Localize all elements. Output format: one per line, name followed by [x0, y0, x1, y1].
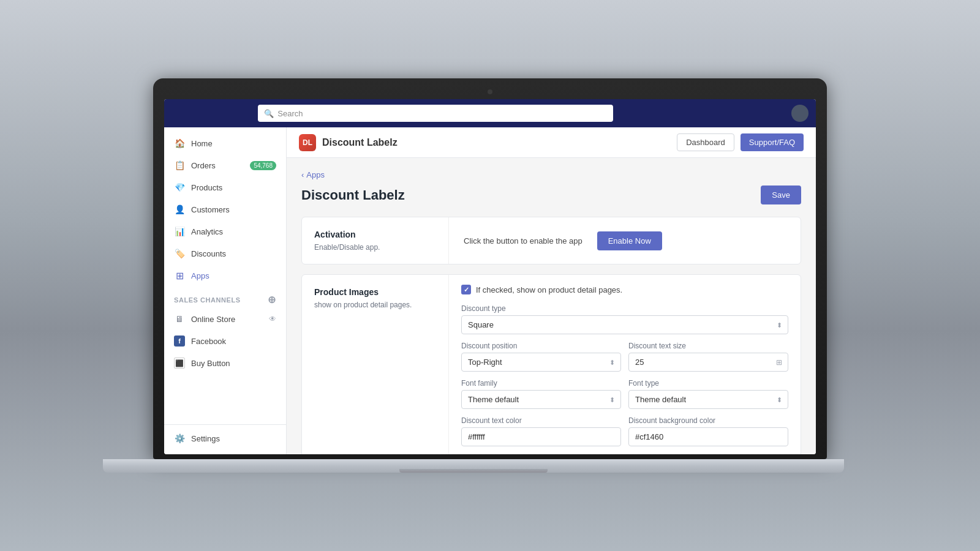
padding-tb-label: Padding (Top - Bottom) (px) — [461, 454, 621, 454]
discount-text-size-group: Discount text size ⊞ — [628, 342, 788, 372]
search-bar[interactable]: 🔍 Search — [258, 105, 613, 122]
sidebar-label-buy-button: Buy Button — [191, 359, 230, 368]
text-color-label: Discount text color — [461, 416, 621, 425]
sidebar-item-facebook[interactable]: f Facebook — [164, 330, 286, 352]
search-icon: 🔍 — [264, 109, 274, 118]
activation-message: Click the button to enable the app — [464, 236, 582, 246]
enable-now-button[interactable]: Enable Now — [597, 231, 662, 250]
support-button[interactable]: Support/FAQ — [741, 133, 804, 151]
text-size-icon: ⊞ — [776, 358, 782, 367]
app-header-left: DL Discount Labelz — [299, 134, 398, 151]
sidebar-item-home[interactable]: 🏠 Home — [164, 132, 286, 154]
eye-icon[interactable]: 👁 — [269, 315, 276, 323]
sidebar-label-facebook: Facebook — [191, 337, 226, 346]
sidebar-label-products: Products — [191, 183, 222, 192]
padding-tb-group: Padding (Top - Bottom) (px) — [461, 454, 621, 454]
activation-card-left: Activation Enable/Disable app. — [302, 217, 449, 264]
top-nav-right — [791, 105, 809, 122]
activation-card-right: Click the button to enable the app Enabl… — [449, 217, 677, 264]
user-avatar — [791, 105, 809, 122]
bg-color-input[interactable] — [628, 427, 788, 446]
breadcrumb-chevron: ‹ — [301, 170, 304, 179]
customers-icon: 👤 — [174, 204, 185, 215]
sidebar-label-apps: Apps — [191, 271, 209, 280]
buy-button-icon: ⬛ — [174, 358, 185, 369]
bg-color-group: Discount background color — [628, 416, 788, 446]
sidebar-label-orders: Orders — [191, 161, 216, 170]
settings-icon: ⚙️ — [174, 433, 185, 444]
sidebar-item-apps[interactable]: ⊞ Apps — [164, 264, 286, 287]
font-type-group: Font type Theme default — [628, 379, 788, 409]
content-area: DL Discount Labelz Dashboard Support/FAQ — [287, 127, 816, 454]
app-header: DL Discount Labelz Dashboard Support/FAQ — [287, 127, 816, 158]
orders-icon: 📋 — [174, 160, 185, 171]
breadcrumb-parent[interactable]: Apps — [306, 170, 325, 179]
discount-text-size-input[interactable] — [628, 353, 788, 372]
activation-desc: Enable/Disable app. — [314, 243, 436, 252]
sidebar-item-discounts[interactable]: 🏷️ Discounts — [164, 242, 286, 264]
activation-title: Activation — [314, 230, 436, 239]
discount-type-select[interactable]: Square — [461, 315, 788, 334]
sidebar-item-analytics[interactable]: 📊 Analytics — [164, 220, 286, 242]
facebook-icon: f — [174, 335, 185, 347]
page-title: Discount Labelz — [301, 187, 405, 203]
text-color-group: Discount text color — [461, 416, 621, 446]
sidebar-label-analytics: Analytics — [191, 227, 223, 236]
product-images-card-right: If checked, show on product detail pages… — [449, 275, 801, 454]
sidebar-label-online-store: Online Store — [191, 315, 235, 324]
save-button[interactable]: Save — [761, 186, 801, 204]
products-icon: 💎 — [174, 182, 185, 193]
product-images-desc: show on product detail pages. — [314, 301, 436, 309]
padding-lr-label: Padding (Left - Right) (px) — [628, 454, 788, 454]
analytics-icon: 📊 — [174, 226, 185, 237]
app-logo: DL — [299, 134, 316, 151]
sidebar-bottom: ⚙️ Settings — [164, 424, 286, 449]
apps-icon: ⊞ — [174, 270, 185, 281]
discount-type-label: Discount type — [461, 304, 788, 313]
sidebar-item-buy-button[interactable]: ⬛ Buy Button — [164, 352, 286, 374]
home-icon: 🏠 — [174, 138, 185, 149]
font-family-group: Font family Theme default — [461, 379, 621, 409]
product-images-card: Product Images show on product detail pa… — [301, 274, 801, 454]
checked-checkbox[interactable] — [461, 285, 471, 294]
sidebar-label-discounts: Discounts — [191, 249, 226, 258]
laptop-base — [103, 459, 844, 473]
discount-position-label: Discount position — [461, 342, 621, 350]
sidebar-label-settings: Settings — [191, 434, 220, 443]
font-family-select[interactable]: Theme default — [461, 390, 621, 409]
top-nav: 🔍 Search — [164, 99, 816, 127]
discount-position-select[interactable]: Top-Right — [461, 353, 621, 372]
sidebar-item-orders[interactable]: 📋 Orders 54,768 — [164, 154, 286, 176]
sidebar-label-customers: Customers — [191, 205, 230, 214]
bg-color-label: Discount background color — [628, 416, 788, 425]
sidebar-item-settings[interactable]: ⚙️ Settings — [164, 427, 286, 449]
font-type-select[interactable]: Theme default — [628, 390, 788, 409]
app-header-title: Discount Labelz — [322, 137, 398, 148]
online-store-icon: 🖥 — [174, 313, 185, 324]
sidebar-item-customers[interactable]: 👤 Customers — [164, 198, 286, 220]
discounts-icon: 🏷️ — [174, 248, 185, 259]
sales-channels-section: SALES CHANNELS ⊕ — [164, 287, 286, 308]
discount-text-size-label: Discount text size — [628, 342, 788, 350]
sidebar-item-online-store[interactable]: 🖥 Online Store 👁 — [164, 308, 286, 330]
add-sales-channel-icon[interactable]: ⊕ — [268, 294, 276, 305]
padding-lr-group: Padding (Left - Right) (px) — [628, 454, 788, 454]
sidebar-item-products[interactable]: 💎 Products — [164, 176, 286, 198]
discount-type-group: Discount type Square — [461, 304, 788, 334]
checkbox-row[interactable]: If checked, show on product detail pages… — [461, 285, 788, 294]
dashboard-button[interactable]: Dashboard — [677, 133, 734, 151]
activation-card: Activation Enable/Disable app. Click the… — [301, 217, 801, 264]
checkbox-label: If checked, show on product detail pages… — [476, 285, 622, 294]
product-images-card-left: Product Images show on product detail pa… — [302, 275, 449, 454]
text-color-input[interactable] — [461, 427, 621, 446]
breadcrumb: ‹ Apps — [301, 170, 801, 179]
sidebar: 🏠 Home 📋 Orders 54,768 💎 Products — [164, 127, 287, 454]
laptop-camera — [488, 89, 492, 94]
page-title-row: Discount Labelz Save — [301, 186, 801, 204]
orders-badge: 54,768 — [250, 161, 276, 170]
search-placeholder: Search — [277, 109, 303, 118]
app-header-right: Dashboard Support/FAQ — [677, 133, 804, 151]
font-type-label: Font type — [628, 379, 788, 388]
sales-channels-label: SALES CHANNELS — [174, 296, 241, 304]
discount-position-group: Discount position Top-Right — [461, 342, 621, 372]
